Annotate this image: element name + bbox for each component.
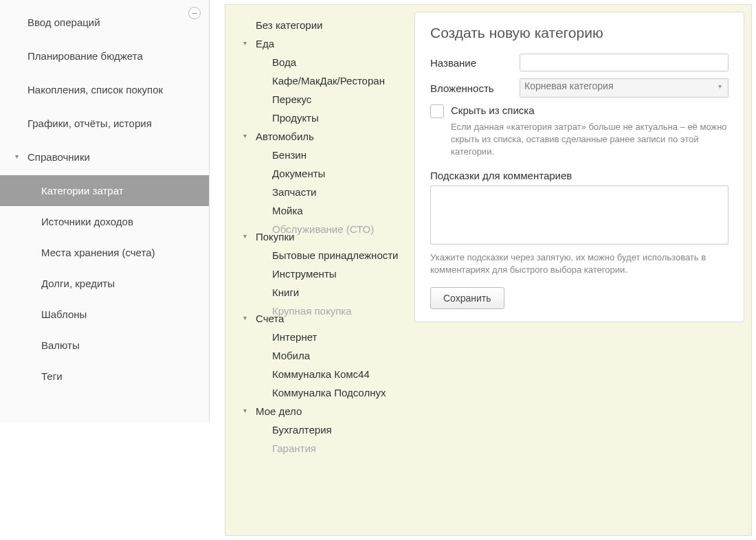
nav-subitem-income-sources[interactable]: Источники доходов: [0, 206, 209, 237]
tree-item[interactable]: Мойка: [238, 201, 414, 220]
hints-label: Подсказки для комментариев: [430, 170, 729, 181]
nav-subitem-expense-categories[interactable]: Категории затрат: [0, 175, 209, 206]
nav-subitem-templates[interactable]: Шаблоны: [0, 299, 209, 330]
tree-item[interactable]: Еда: [238, 34, 414, 53]
tree-item[interactable]: Коммуналка Подсолнух: [238, 383, 414, 402]
tree-item[interactable]: Коммуналка Комс44: [238, 365, 414, 383]
tree-item[interactable]: Кафе/МакДак/Ресторан: [238, 71, 414, 90]
form-title: Создать новую категорию: [430, 25, 729, 41]
tree-item[interactable]: Мобила: [238, 346, 414, 365]
nav-item-operations[interactable]: Ввод операций: [0, 5, 209, 39]
tree-item[interactable]: Инструменты: [238, 265, 414, 283]
nav-item-savings[interactable]: Накопления, список покупок: [0, 73, 209, 106]
nav-subitem-debts[interactable]: Долги, кредиты: [0, 268, 209, 299]
sidebar: − Ввод операций Планирование бюджета Нак…: [0, 0, 210, 423]
nesting-select[interactable]: Корневая категория: [520, 78, 729, 98]
tree-item[interactable]: Продукты: [238, 109, 414, 127]
tree-item[interactable]: Запчасти: [238, 183, 414, 201]
tree-item[interactable]: Интернет: [238, 328, 414, 346]
tree-item[interactable]: Бензин: [238, 146, 414, 164]
tree-item[interactable]: Вода: [238, 53, 414, 71]
tree-item[interactable]: Счета: [238, 309, 414, 328]
tree-item[interactable]: Бытовые принадлежности: [238, 246, 414, 265]
nav-subitem-currencies[interactable]: Валюты: [0, 330, 209, 361]
name-label: Название: [430, 57, 520, 69]
hide-row: Скрыть из списка: [430, 104, 729, 118]
tree-item[interactable]: Гарантия: [238, 439, 414, 458]
create-category-form: Создать новую категорию Название Вложенн…: [414, 12, 744, 322]
hide-checkbox[interactable]: [430, 104, 444, 118]
nav-subitems: Категории затрат Источники доходов Места…: [0, 175, 209, 392]
nesting-label: Вложенность: [430, 82, 520, 94]
main-area: Без категории Еда Вода Кафе/МакДак/Ресто…: [225, 4, 752, 536]
nav-item-budget[interactable]: Планирование бюджета: [0, 39, 209, 73]
tree-item[interactable]: Мое дело: [238, 402, 414, 420]
nav-subitem-tags[interactable]: Теги: [0, 361, 209, 392]
nav-subitem-accounts[interactable]: Места хранения (счета): [0, 237, 209, 268]
tree-item[interactable]: Покупки: [238, 227, 414, 246]
tree-item[interactable]: Документы: [238, 164, 414, 183]
tree-item[interactable]: Книги: [238, 283, 414, 302]
tree-item[interactable]: Автомобиль: [238, 127, 414, 146]
tree-item[interactable]: Перекус: [238, 90, 414, 109]
hints-hint: Укажите подсказки через запятую, их можн…: [430, 251, 729, 276]
category-tree: Без категории Еда Вода Кафе/МакДак/Ресто…: [225, 12, 414, 535]
hints-textarea[interactable]: [430, 185, 729, 245]
hide-hint: Если данная «категория затрат» больше не…: [451, 121, 729, 159]
tree-item[interactable]: Бухгалтерия: [238, 420, 414, 439]
tree-item[interactable]: Без категории: [238, 16, 414, 34]
save-button[interactable]: Сохранить: [430, 287, 504, 309]
nav-item-directories[interactable]: Справочники: [0, 140, 209, 174]
hide-label: Скрыть из списка: [451, 104, 535, 116]
name-input[interactable]: [520, 54, 729, 71]
name-row: Название: [430, 54, 729, 71]
nav-item-reports[interactable]: Графики, отчёты, история: [0, 106, 209, 140]
nesting-row: Вложенность Корневая категория: [430, 78, 729, 98]
